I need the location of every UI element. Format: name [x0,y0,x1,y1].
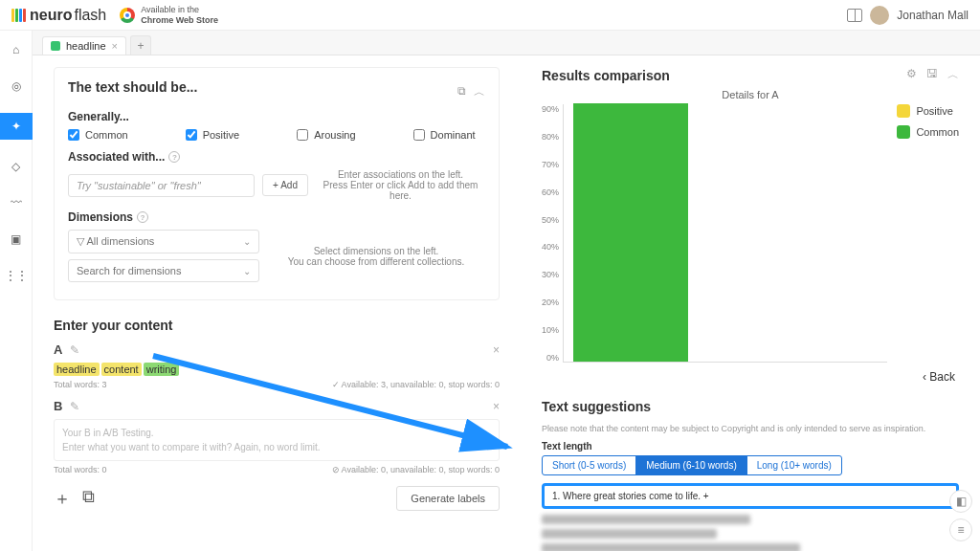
nav-home[interactable]: ⌂ [7,40,26,59]
nav-image[interactable]: ▣ [7,230,26,249]
dimensions-title: Dimensions [68,210,133,224]
nav-tags[interactable]: ◇ [7,157,26,176]
edit-icon[interactable]: ✎ [70,400,79,413]
check-positive[interactable]: Positive [186,129,240,141]
tab-headline[interactable]: headline × [42,36,126,55]
dimensions-dropdown[interactable]: ▽ All dimensions⌄ [68,230,259,253]
float-button-1[interactable]: ◧ [949,490,972,513]
results-heading: Results comparison [542,68,670,83]
back-link[interactable]: ‹ Back [542,370,955,384]
app-logo: neuroflash [11,7,106,24]
avatar[interactable] [870,6,889,25]
criteria-card: The text should be... ⧉ ︿ Generally... C… [54,67,500,300]
seg-medium[interactable]: Medium (6-10 words) [635,456,746,474]
suggestion-blurred-list [542,515,959,551]
check-arousing[interactable]: Arousing [297,129,355,141]
add-variant-icon[interactable]: ＋ [54,487,71,510]
variant-a-letter: A [54,342,62,357]
chrome-store-badge[interactable]: Available in theChrome Web Store [120,5,218,26]
seg-long[interactable]: Long (10+ words) [746,456,841,474]
copy-icon[interactable]: ⧉ [457,84,466,100]
check-dominant[interactable]: Dominant [413,129,476,141]
collapse-icon[interactable]: ︿ [474,84,485,100]
gear-icon[interactable]: ⚙ [906,67,917,83]
help-icon[interactable]: ? [137,211,148,223]
nav-create[interactable]: ✦ [0,113,33,140]
text-length-segment: Short (0-5 words) Medium (6-10 words) Lo… [542,455,842,475]
left-nav: ⌂ ◎ ✦ ◇ 〰 ▣ ⋮⋮ [0,31,33,551]
remove-variant-a[interactable]: × [493,343,500,357]
chart-title: Details for A [542,89,959,100]
tab-add-button[interactable]: + [130,35,151,55]
variant-b-input[interactable]: Your B in A/B Testing. Enter what you wa… [54,419,500,461]
nav-share[interactable]: ⋮⋮ [7,266,26,285]
tab-icon [51,41,60,51]
float-button-2[interactable]: ≡ [949,518,972,541]
help-icon[interactable]: ? [168,151,180,163]
seg-short[interactable]: Short (0-5 words) [543,456,635,474]
nav-trends[interactable]: 〰 [7,193,26,212]
check-common[interactable]: Common [68,129,128,141]
save-icon[interactable]: 🖫 [926,67,938,83]
criteria-heading: The text should be... [68,79,197,95]
assoc-input[interactable]: Try "sustainable" or "fresh" [68,174,255,197]
user-name[interactable]: Jonathan Mall [897,9,969,22]
variant-a-text[interactable]: headline content writing [54,363,179,376]
variant-b-letter: B [54,399,62,413]
close-icon[interactable]: × [112,40,118,52]
add-button[interactable]: + Add [262,174,308,196]
suggestions-heading: Text suggestions [542,399,959,414]
text-length-label: Text length [542,441,959,452]
topbar: neuroflash Available in theChrome Web St… [0,0,980,31]
chart-legend: Positive Common [897,104,959,363]
nav-explore[interactable]: ◎ [7,77,26,96]
document-tabs: headline × + [33,31,980,55]
results-chart: 90%80%70%60%50%40%30%20%10%0% [542,104,887,363]
dimensions-search[interactable]: Search for dimensions⌄ [68,259,259,282]
content-heading: Enter your content [54,318,500,333]
generate-labels-button[interactable]: Generate labels [396,486,500,511]
collapse-icon[interactable]: ︿ [947,67,959,83]
suggestions-disclaimer: Please note that the content may be subj… [542,424,959,433]
generally-label: Generally... [68,110,485,123]
duplicate-icon[interactable]: ⧉ [82,487,95,510]
book-icon[interactable] [847,9,862,22]
suggestion-item-1[interactable]: 1. Where great stories come to life. + [542,483,959,509]
chrome-icon [120,8,135,23]
assoc-title: Associated with... [68,150,165,164]
remove-variant-b[interactable]: × [493,400,500,413]
edit-icon[interactable]: ✎ [70,343,79,357]
user-area: Jonathan Mall [847,6,969,25]
